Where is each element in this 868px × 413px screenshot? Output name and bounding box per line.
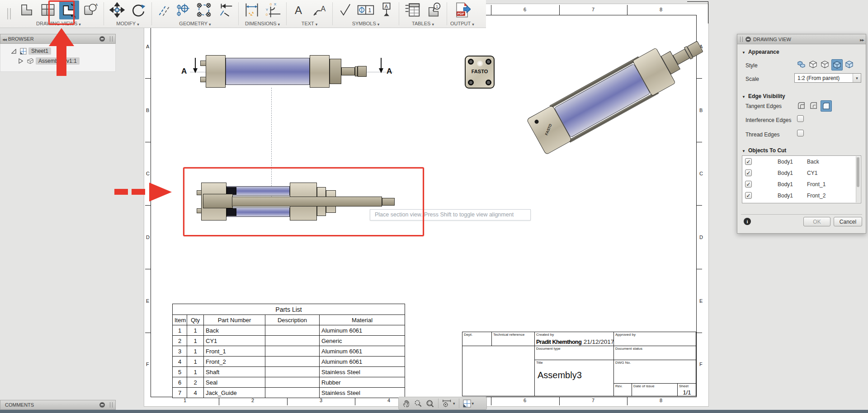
text-button[interactable]: A — [290, 0, 308, 19]
style-wireframe-hidden-edges-icon[interactable] — [820, 59, 830, 70]
svg-text:Y: Y — [266, 8, 269, 12]
info-icon[interactable]: i — [744, 218, 751, 225]
cut-list-row[interactable]: ✓ Body1 Back — [742, 156, 861, 167]
ordinate-dimension-button[interactable]: 0XY0 — [263, 0, 283, 19]
scrollbar-track[interactable] — [856, 156, 860, 202]
appearance-section-header[interactable]: Appearance — [742, 49, 866, 55]
body-checkbox[interactable]: ✓ — [745, 181, 752, 188]
tangent-full-icon[interactable] — [796, 100, 807, 111]
dialog-header[interactable]: DRAWING VIEW — [737, 34, 866, 44]
fusion360-drawing-window: 1 2 3 4 5 6 7 8 1 2 3 4 5 6 7 8 A B C D … — [0, 0, 868, 413]
cancel-button[interactable]: Cancel — [834, 217, 862, 226]
rotate-button[interactable] — [128, 0, 148, 19]
triangle-down-icon — [742, 49, 748, 55]
drawing-view-isometric[interactable]: FASTO — [524, 26, 712, 157]
cell-material: Generic — [320, 336, 405, 346]
tangent-edges-label: Tangent Edges — [745, 103, 782, 109]
feature-control-frame-button[interactable]: 1 — [355, 0, 376, 19]
geometry-menu[interactable]: GEOMETRY — [179, 20, 211, 27]
base-view-button[interactable] — [17, 0, 37, 19]
panel-grip-icon[interactable] — [110, 402, 113, 408]
ruler-row-label: C — [699, 170, 703, 177]
detail-view-button[interactable]: A — [80, 0, 100, 19]
style-shaded-icon[interactable] — [831, 59, 843, 70]
center-mark-pattern-button[interactable] — [194, 0, 214, 19]
cell-material: Aluminum 6061 — [320, 357, 405, 367]
zoom-window-button[interactable] — [424, 398, 436, 409]
drawing-view-front[interactable] — [200, 54, 396, 89]
style-shaded-hidden-edges-icon[interactable] — [844, 59, 854, 70]
style-shaded-parts-icon[interactable] — [796, 59, 807, 70]
cell-description — [265, 325, 320, 336]
scale-dropdown[interactable]: 1:2 (From parent) ▾ — [794, 73, 861, 83]
cut-list-row[interactable]: ✓ Body1 Front_1 — [742, 178, 861, 190]
drawing-view-end-plate[interactable]: FASTO — [465, 56, 495, 89]
display-settings-button[interactable] — [441, 398, 457, 409]
centerline-button[interactable] — [155, 0, 172, 19]
ruler-row-label: C — [146, 170, 150, 177]
expand-collapsed-icon[interactable] — [19, 58, 23, 64]
panel-grip-icon[interactable] — [740, 37, 743, 42]
panel-options-icon[interactable] — [99, 402, 105, 408]
modify-menu[interactable]: MODIFY — [116, 20, 139, 27]
zoom-button[interactable] — [412, 398, 424, 409]
cell-qty: 2 — [187, 377, 204, 388]
annotation-red-dash — [132, 189, 145, 195]
ruler-tick — [145, 269, 151, 269]
output-pdf-button[interactable]: PDF — [451, 0, 473, 19]
body-checkbox[interactable]: ✓ — [745, 192, 752, 199]
datum-identifier-button[interactable]: A — [377, 0, 396, 19]
collapse-panel-icon[interactable] — [0, 36, 8, 42]
interference-edges-checkbox[interactable] — [797, 115, 804, 122]
navbar-separator — [459, 399, 459, 408]
panel-grip-icon[interactable] — [110, 36, 113, 42]
magnifier-icon — [414, 399, 423, 408]
ok-button[interactable]: OK — [803, 217, 830, 226]
body-name: Back — [807, 159, 819, 165]
center-mark-button[interactable] — [174, 0, 193, 19]
panel-options-icon[interactable] — [99, 36, 105, 42]
scrollbar-thumb[interactable] — [857, 157, 859, 187]
objects-to-cut-section-header[interactable]: Objects To Cut — [742, 147, 786, 154]
collapse-dialog-icon[interactable] — [858, 37, 866, 42]
body-checkbox[interactable]: ✓ — [745, 169, 752, 176]
tangent-shortened-icon[interactable] — [808, 100, 819, 111]
grid-settings-button[interactable] — [462, 398, 476, 409]
balloon-button[interactable]: 1 — [424, 0, 443, 19]
ruler-row-label: D — [699, 234, 703, 240]
surface-texture-button[interactable] — [336, 0, 354, 19]
tangent-off-icon[interactable] — [821, 100, 832, 112]
cut-list-row[interactable]: ✓ Body1 Front_2 — [742, 190, 861, 201]
expand-open-icon[interactable] — [11, 49, 16, 54]
style-wireframe-icon[interactable] — [808, 59, 818, 70]
dropdown-caret-icon[interactable]: ▾ — [853, 74, 861, 82]
leader-text-button[interactable]: A — [309, 0, 329, 19]
thread-edges-checkbox[interactable] — [797, 130, 804, 136]
panel-options-icon[interactable] — [745, 37, 751, 42]
dimension-button[interactable] — [242, 0, 262, 19]
symbols-menu[interactable]: SYMBOLS — [352, 20, 380, 27]
parts-row: 31Front_1Aluminum 6061 — [173, 346, 405, 357]
move-button[interactable] — [107, 0, 127, 19]
sheet1-label[interactable]: Sheet1 — [28, 47, 51, 55]
cell-part-number: Back — [204, 325, 265, 336]
pdf-export-icon: PDF — [453, 1, 471, 19]
tables-menu[interactable]: TABLES — [412, 20, 434, 27]
toolbar-grip[interactable] — [7, 8, 11, 19]
created-by-name: Pradit Khemthong — [536, 339, 581, 345]
edge-extension-button[interactable] — [215, 0, 235, 19]
base-view-icon — [19, 2, 34, 18]
text-menu[interactable]: TEXT — [302, 20, 318, 27]
pan-button[interactable] — [401, 398, 412, 409]
dimensions-menu[interactable]: DIMENSIONS — [245, 20, 280, 27]
cut-list-row[interactable]: ✓ Body1 CY1 — [742, 167, 861, 178]
cell-material: Aluminum 6061 — [320, 346, 405, 357]
edge-visibility-section-header[interactable]: Edge Visibility — [742, 93, 785, 99]
body-checkbox[interactable]: ✓ — [745, 158, 752, 165]
output-menu[interactable]: OUTPUT — [450, 20, 474, 27]
ruler-tick — [491, 397, 491, 405]
table-button[interactable] — [402, 0, 422, 19]
ruler-tick — [145, 78, 151, 79]
dept-label: Dept. — [462, 332, 491, 337]
body-name: Front_1 — [807, 181, 826, 188]
